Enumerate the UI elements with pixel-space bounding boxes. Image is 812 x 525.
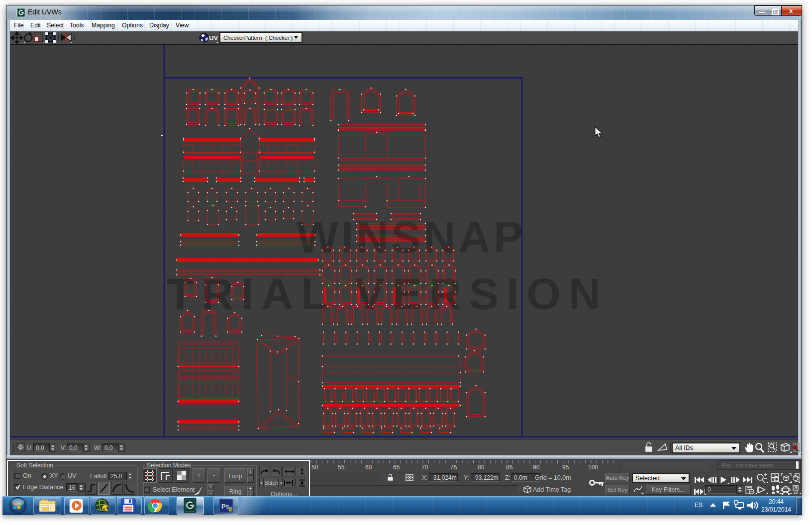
svg-text:WINSNAP: WINSNAP xyxy=(297,212,523,262)
svg-text:TRIAL VERSION: TRIAL VERSION xyxy=(167,269,601,319)
svg-text:>: > xyxy=(280,480,283,486)
svg-text:Ps: Ps xyxy=(221,503,229,510)
svg-text:UV: UV xyxy=(209,34,218,42)
svg-text:Stitch: Stitch xyxy=(265,480,279,486)
svg-text:<: < xyxy=(260,480,263,486)
